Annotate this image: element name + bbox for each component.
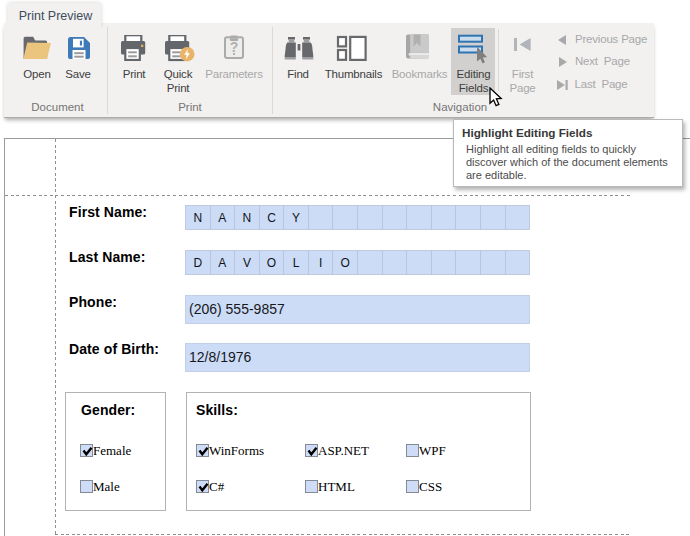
svg-text:?: ?	[230, 39, 239, 55]
